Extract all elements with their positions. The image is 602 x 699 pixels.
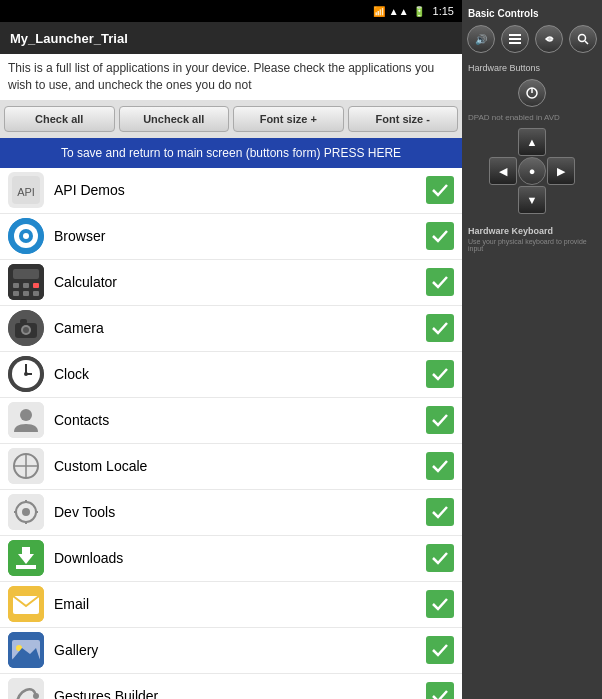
app-icon-api: API [8,172,44,208]
checkbox-email[interactable] [426,590,454,618]
dpad-down-button[interactable]: ▼ [518,186,546,214]
hardware-buttons-row: 🔊 [467,25,597,53]
svg-rect-11 [13,291,19,296]
app-icon-contacts [8,402,44,438]
app-name: Email [54,596,426,612]
save-bar[interactable]: To save and return to main screen (butto… [0,138,462,168]
hardware-buttons-label: Hardware Buttons [468,63,540,73]
font-size-plus-button[interactable]: Font size + [233,106,344,132]
dpad-empty-tr [547,128,575,156]
dpad-label: DPAD not enabled in AVD [468,113,560,122]
dpad-empty-tl [489,128,517,156]
svg-point-25 [20,409,32,421]
svg-rect-58 [509,38,521,40]
svg-rect-13 [33,291,39,296]
list-item[interactable]: Dev Tools [0,490,462,536]
app-icon-gestures-builder [8,678,44,699]
dpad-empty-br [547,186,575,214]
checkbox-browser[interactable] [426,222,454,250]
app-icon-clock [8,356,44,392]
title-bar: My_Launcher_Trial [0,22,462,54]
app-icon-custom-locale [8,448,44,484]
app-icon-downloads [8,540,44,576]
app-name: Clock [54,366,426,382]
svg-rect-18 [20,319,27,324]
list-item[interactable]: Custom Locale [0,444,462,490]
svg-text:API: API [17,186,35,198]
signal-icon: 📶 [373,6,385,17]
app-icon-gallery [8,632,44,668]
svg-rect-8 [13,283,19,288]
svg-point-61 [579,35,586,42]
app-icon-camera [8,310,44,346]
list-item[interactable]: Email [0,582,462,628]
list-item[interactable]: Browser [0,214,462,260]
svg-rect-59 [509,42,521,44]
app-name: Dev Tools [54,504,426,520]
svg-rect-12 [23,291,29,296]
app-icon-dev-tools [8,494,44,530]
checkbox-downloads[interactable] [426,544,454,572]
dpad-center-button[interactable]: ● [518,157,546,185]
svg-rect-57 [509,34,521,36]
dpad-left-button[interactable]: ◀ [489,157,517,185]
menu-button[interactable] [501,25,529,53]
app-name: Browser [54,228,426,244]
list-item[interactable]: Camera [0,306,462,352]
checkbox-camera[interactable] [426,314,454,342]
list-item[interactable]: Calculator [0,260,462,306]
list-item[interactable]: Contacts [0,398,462,444]
volume-down-button[interactable]: 🔊 [467,25,495,53]
svg-point-5 [23,233,29,239]
uncheck-all-button[interactable]: Uncheck all [119,106,230,132]
app-title: My_Launcher_Trial [10,31,128,46]
svg-point-32 [22,508,30,516]
app-name: Calculator [54,274,426,290]
button-row: Check all Uncheck all Font size + Font s… [0,100,462,138]
status-icons: 📶 ▲▲ 🔋 1:15 [373,5,454,17]
checkbox-gestures-builder[interactable] [426,682,454,699]
back-button[interactable] [535,25,563,53]
svg-point-17 [23,327,29,333]
power-button-row [518,79,546,107]
checkbox-custom-locale[interactable] [426,452,454,480]
svg-rect-39 [22,547,30,555]
checkbox-contacts[interactable] [426,406,454,434]
wifi-icon: ▲▲ [389,6,409,17]
app-name: Contacts [54,412,426,428]
android-screen: 📶 ▲▲ 🔋 1:15 My_Launcher_Trial This is a … [0,0,462,699]
list-item[interactable]: Gallery [0,628,462,674]
keyboard-label: Hardware Keyboard [468,226,596,236]
list-item[interactable]: Gestures Builder [0,674,462,699]
svg-text:🔊: 🔊 [475,33,487,45]
checkbox-api[interactable] [426,176,454,204]
list-item[interactable]: Clock [0,352,462,398]
app-name: Camera [54,320,426,336]
time-display: 1:15 [433,5,454,17]
svg-rect-10 [33,283,39,288]
list-item[interactable]: API API Demos [0,168,462,214]
app-name: Downloads [54,550,426,566]
checkbox-calculator[interactable] [426,268,454,296]
keyboard-sublabel: Use your physical keyboard to provide in… [468,238,596,252]
dpad-right-button[interactable]: ▶ [547,157,575,185]
right-panel: Basic Controls 🔊 Hardware Buttons DPAD n… [462,0,602,699]
search-button[interactable] [569,25,597,53]
svg-line-62 [585,41,588,44]
keyboard-section: Hardware Keyboard Use your physical keyb… [468,226,596,252]
dpad: ▲ ◀ ● ▶ ▼ [489,128,575,214]
status-bar: 📶 ▲▲ 🔋 1:15 [0,0,462,22]
list-item[interactable]: Downloads [0,536,462,582]
svg-rect-40 [16,565,36,569]
app-icon-browser [8,218,44,254]
font-size-minus-button[interactable]: Font size - [348,106,459,132]
power-button[interactable] [518,79,546,107]
checkbox-clock[interactable] [426,360,454,388]
svg-rect-9 [23,283,29,288]
checkbox-dev-tools[interactable] [426,498,454,526]
app-name: Custom Locale [54,458,426,474]
check-all-button[interactable]: Check all [4,106,115,132]
dpad-empty-bl [489,186,517,214]
dpad-up-button[interactable]: ▲ [518,128,546,156]
checkbox-gallery[interactable] [426,636,454,664]
